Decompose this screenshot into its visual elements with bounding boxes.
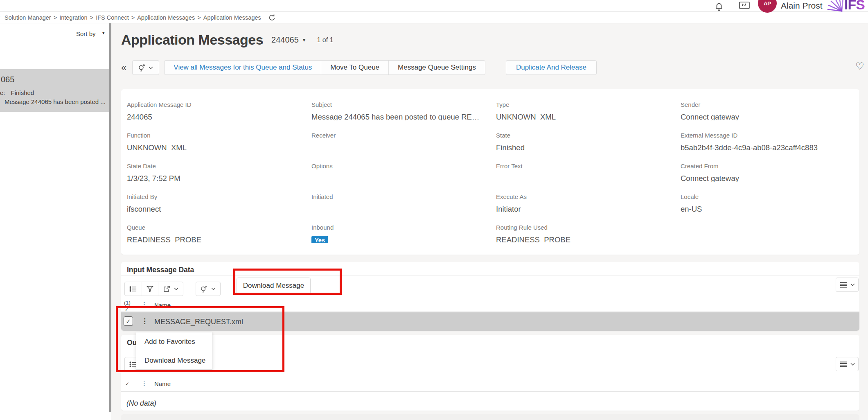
output-table-options-button[interactable] (836, 357, 859, 371)
table-header-divider (121, 312, 859, 312)
next-section-card (121, 414, 859, 420)
breadcrumb-item[interactable]: Solution Manager (5, 14, 51, 21)
feedback-icon[interactable] (739, 2, 750, 11)
inbound-badge: Yes (311, 236, 328, 243)
field-state: State Finished (490, 120, 675, 151)
field-label: External Message ID (681, 132, 850, 139)
record-card-selected[interactable]: 065 e:Finished Message 244065 has been p… (0, 69, 110, 112)
row-kebab-icon[interactable]: ⋮ (141, 317, 148, 325)
command-button-group: View all Messages for this Queue and Sta… (164, 60, 485, 75)
row-context-menu: Add to Favorites Download Message (136, 332, 212, 370)
field-label: Execute As (496, 193, 665, 200)
field-label: Initiated By (127, 193, 296, 200)
field-value: Connect gateway (681, 174, 850, 182)
back-chevron-icon[interactable]: ‹ (0, 13, 2, 22)
top-bar: AP Alain Prost IFS (0, 0, 868, 12)
export-dropdown[interactable] (158, 282, 183, 296)
download-message-button[interactable]: Download Message (237, 278, 311, 294)
sort-caret-icon[interactable]: ▾ (102, 30, 105, 36)
field-label: Sender (681, 101, 850, 108)
field-initiated: Initiated (306, 182, 490, 212)
field-subject: Subject Message 244065 has been posted t… (306, 90, 490, 120)
page-header: Application Messages 244065 ▾ 1 of 1 (121, 32, 333, 48)
sort-row: Sort by ▾ (0, 23, 111, 45)
chevron-down-icon (850, 363, 855, 366)
name-column-header[interactable]: Name (154, 380, 171, 387)
subscribe-dropdown-button[interactable] (132, 60, 159, 75)
record-pager: 1 of 1 (317, 36, 333, 44)
filter-icon[interactable] (142, 282, 158, 296)
row-count: (1) (124, 300, 131, 306)
user-avatar[interactable]: AP (758, 0, 777, 13)
field-label: State Date (127, 163, 296, 169)
field-value: Initiator (496, 205, 665, 212)
sort-by-label[interactable]: Sort by (76, 30, 96, 37)
main-content: Application Messages 244065 ▾ 1 of 1 « V… (111, 23, 868, 420)
input-message-data-section: Input Message Data (121, 262, 859, 331)
sidebar-scrollbar[interactable] (109, 23, 111, 412)
record-card-state-value: Finished (11, 89, 34, 96)
table-row-selected[interactable]: ✓ ⋮ MESSAGE_REQUEST.xml (121, 312, 859, 331)
record-card-id: 065 (1, 75, 14, 84)
field-value: READINESS_PROBE (496, 235, 665, 243)
select-all-icon[interactable]: ✓ (125, 381, 129, 387)
notify-pin-icon (201, 285, 207, 293)
breadcrumb-item[interactable]: Application Messages (137, 14, 195, 21)
message-queue-settings-button[interactable]: Message Queue Settings (388, 61, 485, 75)
field-queue: Queue READINESS_PROBE (121, 212, 306, 243)
table-options-icon (840, 361, 848, 368)
input-table-options-button[interactable] (836, 278, 859, 292)
field-label: Subject (311, 101, 480, 108)
header-kebab-icon[interactable]: ⋮ (141, 379, 147, 387)
chevron-down-icon (211, 287, 216, 290)
record-id[interactable]: 244065 (271, 35, 299, 45)
notify-pin-dropdown[interactable] (196, 282, 220, 296)
breadcrumb-separator: > (90, 14, 93, 21)
duplicate-and-release-button[interactable]: Duplicate And Release (506, 60, 597, 75)
field-empty (675, 212, 859, 243)
context-menu-item-add-to-favorites[interactable]: Add to Favorites (136, 332, 212, 351)
input-subscribe-group (196, 282, 221, 296)
view-all-messages-button[interactable]: View all Messages for this Queue and Sta… (165, 61, 321, 75)
field-execute-as: Execute As Initiator (490, 182, 675, 212)
output-message-data-section: Output Message Data (121, 335, 859, 411)
field-receiver: Receiver (306, 120, 490, 151)
notifications-bell-icon[interactable] (715, 1, 724, 11)
field-function: Function UNKNOWN_XML (121, 120, 306, 151)
field-error-text: Error Text (490, 151, 675, 182)
breadcrumb-separator: > (197, 14, 201, 21)
no-data-text: (No data) (126, 399, 156, 408)
field-type: Type UNKNOWN_XML (490, 90, 675, 120)
breadcrumb-item[interactable]: IFS Connect (96, 14, 129, 21)
record-card-description: Message 244065 has been posted ... (5, 98, 106, 105)
field-value: Connect gateway (681, 113, 850, 120)
field-routing-rule-used: Routing Rule Used READINESS_PROBE (490, 212, 675, 243)
field-label: Initiated (311, 193, 480, 200)
field-value: 244065 (127, 113, 296, 120)
header-kebab-icon[interactable]: ⋮ (141, 301, 147, 308)
favorite-heart-icon[interactable]: ♡ (855, 61, 864, 72)
name-column-header[interactable]: Name (154, 302, 171, 309)
user-name[interactable]: Alain Prost (781, 0, 823, 12)
collapse-icon[interactable]: « (121, 60, 126, 75)
refresh-icon[interactable] (268, 14, 276, 21)
move-to-queue-button[interactable]: Move To Queue (321, 61, 388, 75)
breadcrumb-item[interactable]: Application Messages (203, 14, 261, 21)
app-window: AP Alain Prost IFS ‹ Solution Manager > … (0, 0, 868, 420)
field-sender: Sender Connect gateway (675, 90, 859, 120)
page-title: Application Messages (121, 32, 263, 48)
field-label: Error Text (496, 163, 665, 169)
chevron-down-icon (149, 66, 153, 69)
context-menu-item-download-message[interactable]: Download Message (136, 351, 212, 369)
command-toolbar: « View all Messages for this Queue and S… (121, 59, 597, 76)
field-label: Inbound (311, 224, 480, 231)
list-view-icon[interactable] (125, 282, 142, 296)
record-selector-caret-icon[interactable]: ▾ (303, 37, 306, 43)
field-value: Finished (496, 143, 665, 151)
field-value: UNKNOWN_XML (127, 143, 296, 151)
row-checkbox[interactable]: ✓ (124, 316, 133, 326)
breadcrumb-item[interactable]: Integration (59, 14, 88, 21)
field-label: Function (127, 132, 296, 139)
row-file-name[interactable]: MESSAGE_REQUEST.xml (154, 318, 243, 326)
field-label: State (496, 132, 665, 139)
